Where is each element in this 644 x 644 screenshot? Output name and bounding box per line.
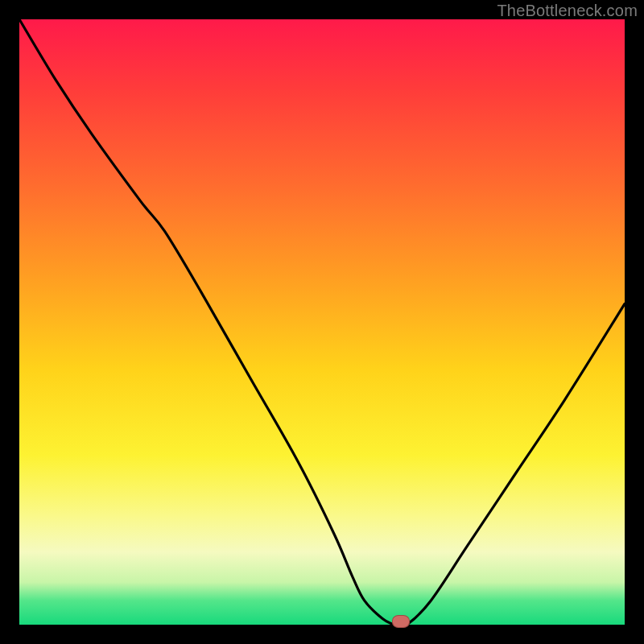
watermark-label: TheBottleneck.com xyxy=(497,2,638,20)
plot-area xyxy=(19,19,625,625)
bottleneck-curve xyxy=(19,19,625,625)
chart-frame: TheBottleneck.com xyxy=(0,0,644,644)
minimum-marker xyxy=(392,615,410,628)
